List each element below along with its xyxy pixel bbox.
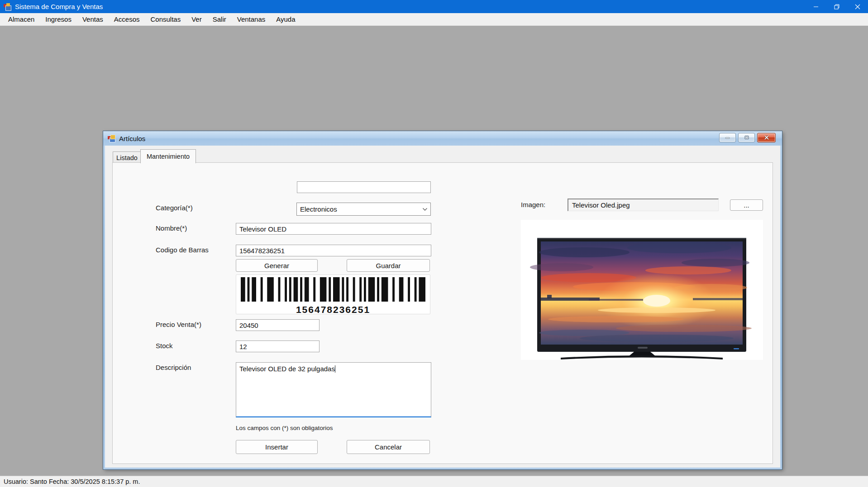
child-close-button[interactable] (757, 133, 776, 142)
menu-item-ayuda[interactable]: Ayuda (271, 13, 300, 25)
cancelar-button[interactable]: Cancelar (347, 440, 430, 454)
close-button[interactable] (847, 0, 868, 13)
nombre-label: Nombre(*) (156, 224, 187, 232)
imagen-label: Imagen: (521, 201, 545, 208)
status-text: Usuario: Santo Fecha: 30/5/2025 8:15:37 … (4, 478, 140, 485)
descripcion-label: Descripción (156, 364, 191, 371)
tab-mantenimiento[interactable]: Mantenimiento (140, 149, 196, 163)
articulos-content: Listado Mantenimiento Categoría(*) Elect… (105, 146, 780, 468)
minimize-button[interactable] (806, 0, 826, 13)
window-title: Sistema de Compra y Ventas (15, 3, 103, 10)
barcode-bars (241, 277, 425, 302)
status-bar: Usuario: Santo Fecha: 30/5/2025 8:15:37 … (0, 476, 868, 487)
form-icon (108, 135, 115, 142)
precio-venta-label: Precio Venta(*) (156, 321, 201, 328)
stock-label: Stock (156, 342, 173, 350)
articulos-title-bar[interactable]: Artículos (103, 131, 782, 146)
categoria-select[interactable]: Electronicos (296, 203, 431, 216)
categoria-selected-value: Electronicos (300, 205, 420, 213)
tab-listado[interactable]: Listado (113, 151, 141, 164)
precio-venta-input[interactable] (236, 319, 320, 331)
restore-button[interactable] (826, 0, 847, 13)
app-icon (4, 3, 11, 10)
menu-bar: AlmacenIngresosVentasAccesosConsultasVer… (0, 13, 868, 26)
articulos-window-title: Artículos (119, 135, 145, 142)
text-caret (335, 365, 335, 373)
descripcion-textarea[interactable]: Televisor OLED de 32 pulgadas (236, 362, 431, 417)
imagen-filename-text: Televisor Oled.jpeg (572, 201, 630, 209)
child-restore-button[interactable] (738, 133, 755, 142)
menu-item-consultas[interactable]: Consultas (145, 13, 186, 25)
menu-item-ventanas[interactable]: Ventanas (232, 13, 271, 25)
menu-item-accesos[interactable]: Accesos (109, 13, 145, 25)
codigo-barras-input[interactable] (236, 245, 431, 256)
main-title-bar: Sistema de Compra y Ventas (0, 0, 868, 13)
barcode-image: 156478236251 (236, 274, 430, 314)
product-image (521, 220, 763, 360)
browse-image-button[interactable]: ... (730, 199, 763, 211)
child-minimize-button[interactable] (719, 133, 736, 142)
articulos-window: Artículos Listado Mantenimiento Categorí… (103, 131, 782, 469)
menu-item-ventas[interactable]: Ventas (77, 13, 109, 25)
codigo-barras-label: Codigo de Barras (156, 246, 209, 254)
generar-button[interactable]: Generar (236, 259, 318, 272)
descripcion-text: Televisor OLED de 32 pulgadas (239, 365, 335, 373)
image-preview-panel (521, 220, 763, 360)
menu-item-ver[interactable]: Ver (186, 13, 207, 25)
stock-input[interactable] (236, 340, 320, 352)
guardar-button[interactable]: Guardar (347, 259, 430, 272)
barcode-number: 156478236251 (241, 304, 425, 315)
menu-item-ingresos[interactable]: Ingresos (40, 13, 77, 25)
required-fields-note: Los campos con (*) son obligatorios (236, 425, 333, 431)
mantenimiento-tabpage: Categoría(*) Electronicos Nombre(*) Codi… (112, 162, 773, 464)
imagen-filename-field: Televisor Oled.jpeg (568, 199, 719, 211)
id-input[interactable] (297, 181, 431, 193)
insertar-button[interactable]: Insertar (236, 440, 318, 454)
categoria-label: Categoría(*) (156, 204, 193, 212)
menu-item-almacen[interactable]: Almacen (3, 13, 40, 25)
menu-item-salir[interactable]: Salir (207, 13, 232, 25)
chevron-down-icon (420, 208, 430, 211)
nombre-input[interactable] (236, 223, 431, 235)
